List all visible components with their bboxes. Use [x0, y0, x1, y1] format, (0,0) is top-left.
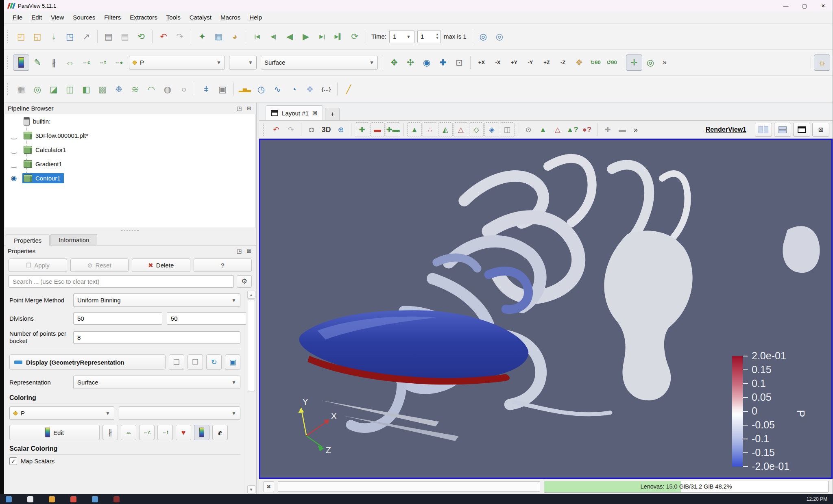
favorites-preset-icon[interactable]: ♥ [176, 425, 191, 440]
ungroup-icon[interactable]: ○ [176, 81, 192, 97]
extract-selection-icon[interactable]: ▣ [214, 81, 231, 97]
frame-spinner[interactable]: ▲▼ [417, 30, 441, 43]
play-icon[interactable]: ▶ [298, 28, 314, 45]
maximize-view-button[interactable] [793, 123, 810, 137]
save-display-icon[interactable]: ▣ [225, 354, 240, 370]
menu-tools[interactable]: Tools [162, 12, 185, 22]
taskbar-app-4[interactable] [70, 496, 76, 502]
toggle-color-legend-icon[interactable] [13, 54, 29, 71]
menu-help[interactable]: Help [245, 12, 266, 22]
programmable-filter-icon[interactable]: {…} [318, 81, 334, 97]
zoom-closest-to-data-icon[interactable]: ✚ [435, 54, 451, 71]
add-layout-tab[interactable]: + [325, 108, 340, 120]
divisions-input-2[interactable] [167, 312, 246, 325]
toolbar-overflow-icon[interactable]: » [630, 126, 642, 134]
zoom-closest-camera-icon[interactable]: ◎ [491, 28, 508, 45]
group-datasets-icon[interactable]: ◍ [159, 81, 176, 97]
points-per-bucket-input[interactable] [73, 331, 240, 344]
set-view-minus-y-icon[interactable]: -Y [522, 54, 539, 71]
menu-filters[interactable]: Filters [100, 12, 125, 22]
time-value-select[interactable]: 1▼ [389, 30, 414, 43]
interactive-select-points-icon[interactable]: △ [550, 122, 565, 137]
select-points-through-icon[interactable]: △ [454, 122, 468, 137]
menu-edit[interactable]: Edit [27, 12, 46, 22]
split-horizontal-button[interactable] [755, 123, 772, 137]
rotate-90-ccw-icon[interactable]: ↺90 [604, 54, 620, 71]
pipeline-item-builtin[interactable]: builtin: [5, 114, 255, 128]
reload-display-icon[interactable]: ↻ [206, 354, 222, 370]
menu-catalyst[interactable]: Catalyst [185, 12, 216, 22]
camera-undo-icon[interactable]: ↶ [269, 122, 283, 137]
last-frame-icon[interactable]: ▶▌ [330, 28, 347, 45]
paste-display-icon[interactable]: ❐ [188, 354, 203, 370]
color-by-select[interactable]: P▼ [129, 56, 225, 70]
reset-button[interactable]: ⊘Reset [70, 259, 129, 272]
select-points-on-icon[interactable]: ∴ [423, 122, 437, 137]
select-cells-polygon-icon[interactable]: ◇ [469, 122, 484, 137]
reset-camera-icon[interactable]: ✥ [386, 54, 402, 71]
show-color-legend-icon[interactable] [194, 425, 209, 440]
scroll-down-icon[interactable]: ▼ [247, 485, 255, 493]
pipeline-item-contour1[interactable]: ◉Contour1 [5, 171, 255, 185]
color-component-select[interactable]: ▼ [119, 406, 240, 420]
stream-tracer-icon[interactable]: ≋ [127, 81, 143, 97]
loop-icon[interactable]: ⟳ [347, 28, 363, 45]
select-cells-on-icon[interactable]: ▲ [407, 122, 422, 137]
menu-sources[interactable]: Sources [68, 12, 100, 22]
calculator-icon[interactable]: ▦ [13, 81, 29, 97]
open-file-icon[interactable]: ◰ [13, 28, 29, 45]
color-palette-icon[interactable]: ◕ [227, 28, 243, 45]
pipeline-item-calculator1[interactable]: ‿Calculator1 [5, 143, 255, 157]
orientation-axes-widget[interactable]: Y X Z [298, 397, 337, 455]
toggle-interaction-mode-icon[interactable]: 3D [319, 122, 334, 137]
clip-icon[interactable]: ◪ [46, 81, 62, 97]
query-points-icon[interactable]: ●? [580, 122, 594, 137]
histogram-icon[interactable]: ▂▅▃ [237, 81, 253, 97]
disconnect-server-icon[interactable]: ▤ [117, 28, 133, 45]
edit-color-map-icon[interactable]: ✎ [29, 54, 46, 71]
subtract-selection-icon[interactable]: ▬ [370, 122, 385, 137]
close-panel-icon[interactable]: ⊠ [245, 105, 253, 111]
shrink-selection-icon[interactable]: ▬ [615, 122, 630, 137]
plot-selection-over-time-icon[interactable]: ◔ [286, 81, 302, 97]
zoom-to-data-icon[interactable]: ◉ [419, 54, 435, 71]
data-settings-icon[interactable]: ▦ [210, 28, 227, 45]
tab-properties[interactable]: Properties [6, 235, 50, 245]
select-block-icon[interactable]: ◫ [500, 122, 515, 137]
zoom-to-box-camera-icon[interactable]: ◎ [475, 28, 491, 45]
connect-server-icon[interactable]: ▤ [100, 28, 117, 45]
point-merge-select[interactable]: Uniform Binning▼ [73, 293, 240, 307]
reset-session-icon[interactable]: ⟲ [133, 28, 149, 45]
rotate-90-cw-icon[interactable]: ↻90 [587, 54, 604, 71]
set-view-minus-x-icon[interactable]: -X [490, 54, 506, 71]
undock-icon[interactable]: ◳ [236, 105, 243, 111]
edit-color-map-button[interactable]: Edit [9, 425, 100, 440]
grow-selection-icon[interactable]: ✚ [600, 122, 615, 137]
save-screenshot-icon[interactable]: ◳ [62, 28, 78, 45]
hover-cells-icon[interactable]: ⊙ [521, 122, 536, 137]
camera-redo-icon[interactable]: ↷ [283, 122, 298, 137]
rescale-to-data-range-icon[interactable]: ⇔ [62, 54, 78, 71]
slice-icon[interactable]: ◫ [62, 81, 78, 97]
undo-icon[interactable]: ↶ [155, 28, 172, 45]
next-frame-icon[interactable]: ▶| [314, 28, 330, 45]
contour-icon[interactable]: ◎ [29, 81, 46, 97]
help-button[interactable]: ? [194, 259, 252, 272]
divisions-input-1[interactable] [73, 312, 162, 325]
properties-search-input[interactable] [9, 275, 234, 288]
representation-select[interactable]: Surface▼ [73, 376, 240, 389]
set-view-plus-x-icon[interactable]: +X [473, 54, 490, 71]
show-center-rotation-icon[interactable]: ◎ [642, 54, 659, 71]
visibility-off-icon[interactable]: ‿ [5, 160, 22, 168]
threshold-icon[interactable]: ◧ [78, 81, 94, 97]
taskbar-app-5[interactable] [92, 496, 98, 502]
menu-view[interactable]: View [46, 12, 68, 22]
separate-color-map-icon[interactable]: ∦ [102, 425, 118, 440]
taskbar-app-1[interactable] [6, 496, 12, 502]
select-cells-through-icon[interactable]: ◭ [438, 122, 453, 137]
tab-information[interactable]: Information [50, 234, 97, 245]
choose-preset-icon[interactable]: e [212, 425, 228, 440]
map-scalars-checkbox[interactable]: ✓ [9, 457, 17, 465]
copy-display-icon[interactable]: ❏ [169, 354, 184, 370]
undock-icon[interactable]: ◳ [236, 248, 243, 254]
